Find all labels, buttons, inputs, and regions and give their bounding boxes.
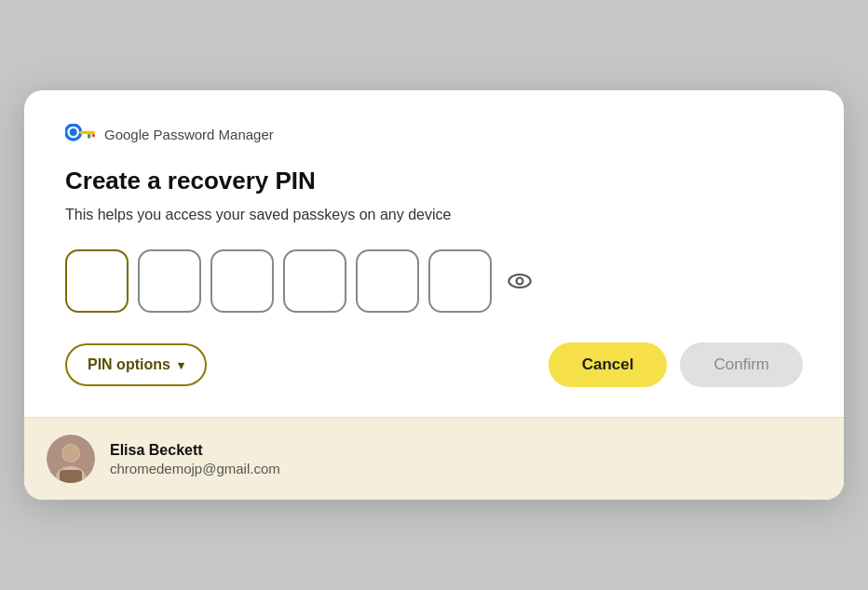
gpm-icon [65, 124, 95, 144]
svg-rect-4 [92, 134, 95, 137]
pin-box-6[interactable] [428, 249, 492, 313]
toggle-pin-visibility-button[interactable] [501, 262, 538, 300]
eye-icon [507, 268, 533, 294]
pin-box-2[interactable] [138, 249, 201, 313]
pin-box-1[interactable] [65, 249, 129, 313]
svg-rect-2 [79, 131, 95, 134]
modal-body: Google Password Manager Create a recover… [24, 90, 844, 417]
svg-rect-3 [88, 134, 90, 139]
pin-input-row [65, 249, 803, 313]
pin-box-5[interactable] [356, 249, 419, 313]
cancel-button[interactable]: Cancel [549, 342, 668, 387]
pin-options-button[interactable]: PIN options ▾ [65, 343, 207, 386]
user-info: Elisa Beckett chromedemojp@gmail.com [110, 442, 280, 476]
svg-point-10 [62, 445, 79, 462]
modal-overlay: Google Password Manager Create a recover… [0, 0, 868, 590]
user-email: chromedemojp@gmail.com [110, 461, 280, 476]
confirm-button[interactable]: Confirm [680, 342, 803, 387]
right-actions: Cancel Confirm [549, 342, 803, 387]
user-name: Elisa Beckett [110, 442, 280, 459]
svg-point-1 [70, 128, 77, 136]
pin-box-3[interactable] [210, 249, 274, 313]
modal-subtitle: This helps you access your saved passkey… [65, 207, 803, 223]
pin-options-label: PIN options [88, 356, 170, 373]
svg-rect-11 [60, 470, 82, 483]
chevron-down-icon: ▾ [178, 358, 184, 372]
recovery-pin-modal: Google Password Manager Create a recover… [24, 90, 844, 500]
modal-title: Create a recovery PIN [65, 167, 803, 195]
header-row: Google Password Manager [65, 124, 803, 144]
modal-footer: Elisa Beckett chromedemojp@gmail.com [24, 417, 844, 500]
pin-box-4[interactable] [283, 249, 346, 313]
svg-point-6 [517, 278, 523, 285]
avatar [47, 435, 95, 483]
svg-point-5 [509, 275, 530, 288]
actions-row: PIN options ▾ Cancel Confirm [65, 342, 803, 387]
gpm-title: Google Password Manager [104, 127, 274, 142]
